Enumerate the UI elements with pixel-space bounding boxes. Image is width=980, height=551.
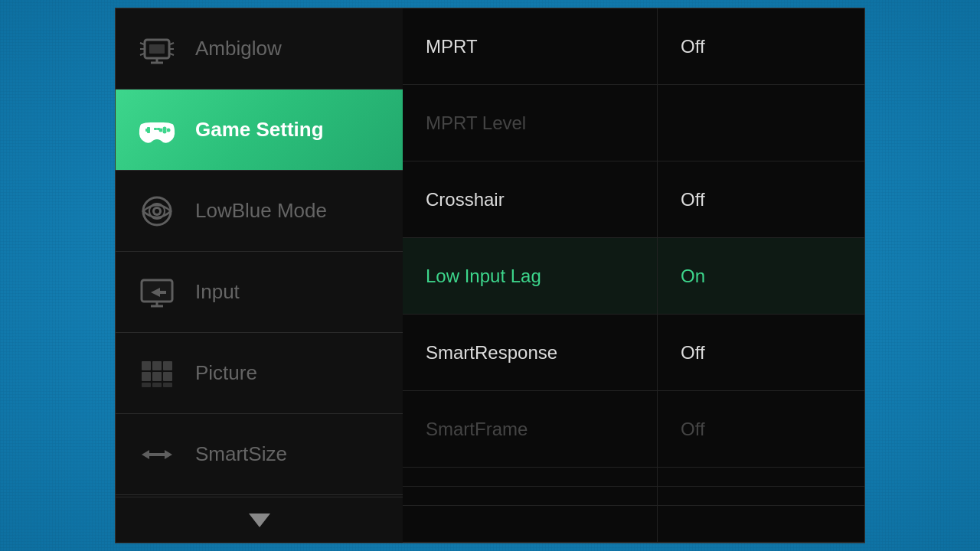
- smartsize-icon: [134, 432, 180, 478]
- sidebar-item-label-smartsize: SmartSize: [195, 442, 287, 466]
- empty-right-1: [658, 468, 864, 486]
- svg-line-9: [170, 54, 174, 55]
- svg-rect-31: [142, 372, 151, 381]
- empty-left-3: [403, 506, 658, 543]
- setting-name-smartframe: SmartFrame: [403, 391, 658, 467]
- sidebar-item-label-game-setting: Game Setting: [195, 118, 324, 142]
- setting-name-crosshair: Crosshair: [403, 161, 658, 237]
- setting-name-mprt-level: MPRT Level: [403, 85, 658, 161]
- chevron-down-icon: [249, 514, 270, 527]
- setting-value-low-input-lag: On: [658, 238, 864, 314]
- setting-row-mprt[interactable]: MPRT Off: [403, 8, 864, 85]
- empty-right-2: [658, 487, 864, 505]
- setting-row-crosshair[interactable]: Crosshair Off: [403, 161, 864, 238]
- setting-value-smartresponse: Off: [658, 315, 864, 390]
- empty-row-3: [403, 506, 864, 543]
- svg-rect-29: [152, 361, 162, 370]
- setting-value-smartframe: Off: [658, 391, 864, 467]
- svg-line-6: [140, 54, 144, 55]
- picture-icon: [134, 350, 180, 396]
- setting-name-smartresponse: SmartResponse: [403, 315, 658, 390]
- sidebar-item-label-input: Input: [195, 280, 240, 304]
- svg-rect-11: [147, 127, 150, 133]
- svg-rect-33: [163, 372, 172, 381]
- sidebar-item-smartsize[interactable]: SmartSize: [116, 414, 403, 495]
- sidebar-item-label-ambiglow: Ambiglow: [195, 37, 282, 60]
- empty-right-3: [658, 506, 864, 543]
- sidebar-scroll-area: Ambiglow: [116, 8, 403, 497]
- svg-line-7: [170, 43, 174, 44]
- lowblue-icon: [134, 188, 180, 234]
- setting-value-mprt: Off: [658, 8, 864, 84]
- setting-row-mprt-level[interactable]: MPRT Level: [403, 85, 864, 161]
- scroll-down-button[interactable]: [116, 497, 403, 543]
- setting-row-low-input-lag[interactable]: Low Input Lag On: [403, 238, 864, 315]
- input-icon: [134, 269, 180, 315]
- content-area: MPRT Off MPRT Level Crosshair Off Low In…: [403, 8, 864, 543]
- svg-point-14: [163, 129, 167, 133]
- sidebar: Ambiglow: [116, 8, 403, 543]
- sidebar-item-lowblue[interactable]: LowBlue Mode: [116, 171, 403, 252]
- svg-rect-17: [157, 128, 160, 130]
- empty-left-1: [403, 468, 658, 486]
- svg-rect-34: [142, 383, 151, 387]
- setting-name-mprt: MPRT: [403, 8, 658, 84]
- svg-marker-37: [142, 450, 172, 459]
- setting-row-smartframe[interactable]: SmartFrame Off: [403, 391, 864, 468]
- sidebar-item-picture[interactable]: Picture: [116, 333, 403, 414]
- svg-rect-28: [142, 361, 151, 370]
- svg-rect-35: [152, 383, 162, 387]
- svg-rect-1: [149, 44, 165, 54]
- svg-rect-32: [152, 372, 162, 381]
- sidebar-item-game-setting[interactable]: Game Setting: [116, 90, 403, 171]
- setting-value-crosshair: Off: [658, 161, 864, 237]
- menu-container: Ambiglow: [115, 8, 865, 543]
- sidebar-item-input[interactable]: Input: [116, 252, 403, 333]
- ambiglow-icon: [134, 26, 180, 72]
- sidebar-item-label-lowblue: LowBlue Mode: [195, 199, 327, 223]
- sidebar-item-label-picture: Picture: [195, 361, 257, 385]
- svg-point-22: [155, 209, 159, 214]
- svg-rect-36: [163, 383, 172, 387]
- game-setting-icon: [134, 107, 180, 153]
- svg-point-13: [167, 128, 171, 132]
- svg-rect-16: [154, 128, 157, 130]
- empty-left-2: [403, 487, 658, 505]
- empty-row-1: [403, 468, 864, 487]
- svg-rect-30: [163, 361, 172, 370]
- setting-row-smartresponse[interactable]: SmartResponse Off: [403, 315, 864, 391]
- empty-row-2: [403, 487, 864, 506]
- sidebar-item-ambiglow[interactable]: Ambiglow: [116, 8, 403, 90]
- setting-name-low-input-lag: Low Input Lag: [403, 238, 658, 314]
- svg-line-4: [140, 43, 144, 44]
- setting-value-mprt-level: [658, 85, 864, 161]
